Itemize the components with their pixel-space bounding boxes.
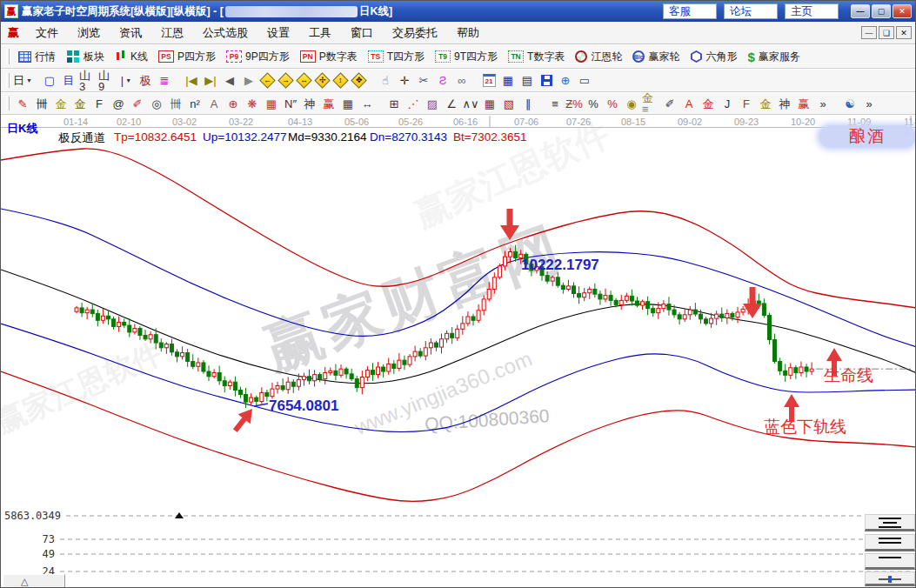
draw-marker-pen-button[interactable]: ✐: [129, 95, 146, 112]
nav-pan-left-button[interactable]: ←: [259, 72, 275, 88]
nav-calculator-button[interactable]: ▦: [499, 72, 517, 90]
draw-shen-angle-tool-button[interactable]: 神: [776, 95, 793, 112]
nav-format-tool-button[interactable]: Ƨ: [434, 72, 451, 90]
nav-calendar-button[interactable]: 21: [480, 72, 498, 90]
nav-bars-3-button[interactable]: 山3: [79, 72, 97, 90]
nav-first-bar-button[interactable]: |◀: [183, 72, 200, 90]
draw-fib-time-ruler-button[interactable]: F: [90, 95, 108, 112]
draw-more-tools-2-button[interactable]: »: [860, 95, 878, 112]
draw-grid-box-tool-button[interactable]: ▦: [263, 95, 280, 112]
draw-zigzag-tool-button[interactable]: ∧∨: [462, 95, 479, 112]
draw-scale-bars-tool-button[interactable]: ≡: [546, 95, 564, 112]
nav-color-histogram-button[interactable]: ≣: [156, 72, 173, 90]
minimize-button[interactable]: —: [851, 4, 870, 18]
forum-link[interactable]: 论坛: [724, 3, 778, 19]
nav-last-bar-button[interactable]: ▶|: [202, 72, 219, 90]
title-bar[interactable]: 赢 赢家老子时空周期系统[纵横版][纵横版] - [ 日K线] 客服 论坛 主页…: [1, 1, 915, 22]
draw-gold-time-ruler-2-button[interactable]: 金: [71, 95, 89, 112]
menu-item-浏览[interactable]: 浏览: [70, 23, 108, 42]
nav-expand-vertical-button[interactable]: ↕: [332, 72, 348, 88]
nav-compress-button[interactable]: ✢: [314, 72, 330, 88]
menu-item-帮助[interactable]: 帮助: [449, 23, 487, 42]
chart-area[interactable]: 赢家江恩软件 赢家江恩软件 赢家财富网 www.yingjia360.com Q…: [1, 116, 916, 588]
toolbar-grip[interactable]: [6, 73, 10, 89]
draw-red-fan-lines-button[interactable]: ⋰: [405, 95, 422, 112]
draw-red-grid-tool-button[interactable]: ▦: [481, 95, 498, 112]
draw-tilt-pen-tool-button[interactable]: ✐: [661, 95, 679, 112]
menu-item-窗口[interactable]: 窗口: [343, 23, 381, 42]
nav-hand-tool-button[interactable]: ☝: [377, 72, 394, 90]
draw-ying-angle-tool-button[interactable]: 赢: [795, 95, 812, 112]
toolbar-hexagon-button[interactable]: 六角形: [690, 50, 737, 64]
draw-plain-ruler-button[interactable]: 卌: [167, 95, 184, 112]
draw-gold-line-red-button[interactable]: 金: [699, 95, 717, 112]
nav-kline-style-dropdown-button[interactable]: 日▼: [14, 72, 31, 90]
draw-angle-lines-tool-button[interactable]: ∠: [443, 95, 460, 112]
nav-info-panel-button[interactable]: 目: [60, 72, 77, 90]
nav-print-button[interactable]: ▭: [576, 72, 593, 90]
restore-button[interactable]: ▢: [872, 4, 891, 18]
draw-ying-ruler-button[interactable]: 赢: [320, 95, 338, 112]
menu-item-文件[interactable]: 文件: [28, 23, 66, 42]
draw-yinyang-tool-button[interactable]: ☯: [841, 95, 859, 112]
nav-prev-bar-button[interactable]: ◀: [221, 72, 238, 90]
indicator-legend-box-2[interactable]: [865, 534, 915, 551]
toolbar-winner-service-button[interactable]: $赢家服务: [747, 50, 799, 64]
nav-curve-tool-button[interactable]: ∞: [453, 72, 471, 90]
customer-service-link[interactable]: 客服: [663, 3, 717, 19]
draw-gold-angle-tool-button[interactable]: 金: [757, 95, 774, 112]
draw-purple-grid-fan-button[interactable]: ▨: [424, 95, 441, 112]
draw-gold-level-tool-button[interactable]: 金≡: [642, 95, 659, 112]
indicator-name[interactable]: 极反通道: [58, 130, 105, 146]
draw-j-angle-tool-button[interactable]: J: [719, 95, 736, 112]
draw-gold-time-ruler-button[interactable]: 金: [52, 95, 70, 112]
mdi-close-button[interactable]: ✕: [896, 26, 912, 39]
indicator-slider[interactable]: [879, 578, 901, 580]
draw-knife-tool-button[interactable]: ✎: [14, 95, 31, 112]
draw-percent-zone-tool-button[interactable]: Ƶ%: [565, 95, 583, 112]
menu-item-资讯[interactable]: 资讯: [111, 23, 150, 42]
toolbar-grip[interactable]: [6, 49, 10, 64]
toolbar-quotes-button[interactable]: 行情: [18, 50, 56, 64]
toolbar-t-square-button[interactable]: TST四方形: [368, 50, 425, 64]
nav-web-export-button[interactable]: ⊕: [557, 72, 574, 90]
nav-zoom-window-tool-button[interactable]: ▢: [41, 72, 58, 90]
nav-single-candle-dropdown-button[interactable]: |▼: [117, 72, 135, 90]
draw-percent-tool-button[interactable]: %: [585, 95, 602, 112]
nav-save-button[interactable]: [538, 72, 555, 90]
mdi-minimize-button[interactable]: —: [861, 26, 877, 39]
nav-delete-line-tool-button[interactable]: ✂: [415, 72, 432, 90]
toolbar-sectors-button[interactable]: 板块: [66, 50, 104, 64]
nav-expand-horizontal-button[interactable]: ↔: [296, 72, 311, 88]
panel-scroll-button[interactable]: △: [3, 574, 65, 588]
indicator-legend-box-1[interactable]: [865, 514, 915, 531]
draw-spiral-tool-button[interactable]: @: [110, 95, 127, 112]
single-candle-dropdown-dropdown-arrow[interactable]: ▼: [125, 77, 131, 84]
nav-pan-right-button[interactable]: →: [277, 72, 293, 88]
toolbar-gann-wheel-button[interactable]: 江恩轮: [575, 50, 622, 64]
kline-plot[interactable]: [1, 116, 916, 588]
draw-gann-dial-button[interactable]: ◎: [148, 95, 165, 112]
nav-crosshair-tool-button[interactable]: ✛: [396, 72, 413, 90]
menu-item-公式选股[interactable]: 公式选股: [195, 23, 256, 42]
kline-style-dropdown-dropdown-arrow[interactable]: ▼: [26, 77, 32, 84]
menu-item-江恩[interactable]: 江恩: [153, 23, 191, 42]
toolbar-p-number-table-button[interactable]: PNP数字表: [300, 50, 358, 64]
nav-notepad-button[interactable]: ▤: [518, 72, 536, 90]
mdi-restore-button[interactable]: ❏: [879, 26, 894, 39]
draw-shen-ruler-button[interactable]: 神: [301, 95, 318, 112]
toolbar-9t-square-button[interactable]: T99T四方形: [435, 50, 498, 64]
draw-n-mark-tool-button[interactable]: N″: [282, 95, 299, 112]
draw-parallel-lines-tool-button[interactable]: ∥: [519, 95, 537, 112]
draw-red-target-circle-button[interactable]: ⊕: [224, 95, 242, 112]
toolbar-9p-square-button[interactable]: P99P四方形: [226, 50, 290, 64]
nav-next-bar-button[interactable]: ▶: [240, 72, 257, 90]
draw-gold-circle-tool-button[interactable]: ◉: [623, 95, 640, 112]
draw-n-squared-tool-button[interactable]: n²: [186, 95, 204, 112]
indicator-legend-box-3[interactable]: [865, 553, 915, 570]
stock-name-tag[interactable]: 酿酒: [819, 125, 916, 148]
draw-box-plus-tool-button[interactable]: ⊞: [385, 95, 403, 112]
toolbar-t-number-table-button[interactable]: TNT数字表: [508, 50, 565, 64]
menu-item-工具[interactable]: 工具: [301, 23, 339, 42]
toolbar-p-square-button[interactable]: PSP四方形: [158, 50, 216, 64]
